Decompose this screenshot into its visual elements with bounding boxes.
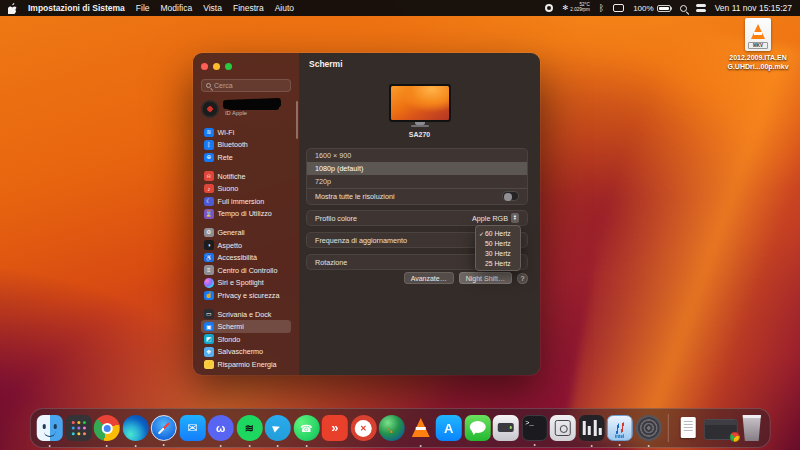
dock-item-intel-power-gadget[interactable]: intel — [607, 415, 633, 441]
dock-item-red-chevrons-app[interactable]: » — [322, 415, 348, 441]
sidebar-item-generali[interactable]: ⚙Generali — [201, 226, 291, 239]
menu-finestra[interactable]: Finestra — [233, 3, 264, 13]
sidebar-item-label: Suono — [218, 184, 239, 193]
running-indicator — [163, 444, 165, 446]
sidebar-item-centro-di-controllo[interactable]: ≡Centro di Controllo — [201, 264, 291, 277]
menu-clock[interactable]: Ven 11 nov 15:15:27 — [715, 3, 792, 13]
dock-item-edge[interactable] — [122, 415, 148, 441]
dock-item-discord[interactable]: ω — [208, 415, 234, 441]
dock-item-messages[interactable] — [464, 415, 490, 441]
sidebar-item-suono[interactable]: ♪Suono — [201, 182, 291, 195]
sidebar-scrollbar[interactable] — [296, 101, 298, 139]
sidebar-item-tempo-di-utilizzo[interactable]: ⌛Tempo di Utilizzo — [201, 208, 291, 221]
spotlight-search-icon[interactable] — [680, 5, 687, 12]
sidebar-item-wi-fi[interactable]: ≋Wi-Fi — [201, 126, 291, 139]
display-status-icon[interactable] — [613, 4, 624, 12]
dock-item-finder[interactable] — [37, 415, 63, 441]
search-input[interactable]: Cerca — [201, 79, 291, 92]
sidebar-item-label: Generali — [218, 228, 245, 237]
sidebar-item-full-immersion[interactable]: ☾Full immersion — [201, 195, 291, 208]
resolution-option[interactable]: 1080p (default) — [307, 162, 527, 175]
sidebar-item-label: Tempo di Utilizzo — [218, 209, 272, 218]
sidebar-item-label: Privacy e sicurezza — [218, 291, 280, 300]
sidebar-item-accessibilit-[interactable]: ♿Accessibilità — [201, 251, 291, 264]
resolution-card: 1600 × 9001080p (default)720p Mostra tut… — [306, 148, 528, 205]
help-button[interactable]: ? — [517, 273, 528, 284]
battery-status[interactable]: 100% — [633, 4, 670, 13]
menu-aiuto[interactable]: Aiuto — [275, 3, 294, 13]
color-profile-card: Profilo colore Apple RGB ▲▼ — [306, 210, 528, 226]
resolution-option[interactable]: 1600 × 900 — [307, 149, 527, 162]
running-indicator — [134, 445, 136, 447]
dropdown-option-30-hertz[interactable]: 30 Hertz — [476, 248, 520, 258]
dock-item-trash[interactable] — [740, 415, 763, 441]
rotation-label: Rotazione — [315, 258, 347, 267]
sidebar-item-label: Scrivania e Dock — [218, 310, 272, 319]
sidebar-item-label: Salvaschermo — [218, 347, 264, 356]
appearance-icon: ◑ — [204, 240, 214, 250]
dropdown-option-50-hertz[interactable]: 50 Hertz — [476, 238, 520, 248]
desktop-file-mkv[interactable]: MKV 2012.2009.ITA.EN G.UHDri...00p.mkv — [722, 18, 794, 71]
minimize-button[interactable] — [213, 63, 220, 70]
dock-item-mail[interactable]: ✉ — [179, 415, 205, 441]
running-indicator — [619, 444, 621, 446]
bluetooth-status-icon[interactable]: ᛒ — [599, 4, 604, 13]
dock-item-jdownloader[interactable]: → — [379, 415, 405, 441]
dock-item-red-round-app[interactable]: ✕ — [350, 415, 376, 441]
dock-item-terminal[interactable]: >_ — [521, 415, 547, 441]
zoom-button[interactable] — [225, 63, 232, 70]
siri-icon — [204, 278, 214, 288]
dropdown-option-60-hertz[interactable]: ✓60 Hertz — [476, 228, 520, 238]
menu-file[interactable]: File — [136, 3, 150, 13]
dock-item-vlc[interactable] — [407, 415, 433, 441]
color-profile-label: Profilo colore — [315, 214, 357, 223]
dock-item-screenshot[interactable] — [550, 415, 576, 441]
sidebar-item-scrivania-e-dock[interactable]: ▭Scrivania e Dock — [201, 308, 291, 321]
fan-icon: ✻ — [562, 4, 568, 12]
dock-item-spotify[interactable]: ≋ — [236, 415, 262, 441]
menu-vista[interactable]: Vista — [203, 3, 222, 13]
dock-item-disk-utility[interactable] — [493, 415, 519, 441]
dock-item-equalizer[interactable] — [578, 415, 604, 441]
status-circle-icon[interactable] — [545, 4, 553, 12]
running-indicator — [248, 445, 250, 447]
dock-item-launchpad[interactable] — [65, 415, 91, 441]
dock-item-chrome[interactable] — [94, 415, 120, 441]
sidebar-item-notifiche[interactable]: ⍾Notifiche — [201, 170, 291, 183]
dock-item-telegram[interactable]: ▶ — [265, 415, 291, 441]
accessibility-icon: ♿ — [204, 253, 214, 263]
apple-menu-icon[interactable] — [8, 3, 17, 14]
close-button[interactable] — [201, 63, 208, 70]
advanced-button[interactable]: Avanzate… — [404, 272, 454, 284]
sidebar-item-bluetooth[interactable]: ᛒBluetooth — [201, 139, 291, 152]
sidebar-item-siri-e-spotlight[interactable]: Siri e Spotlight — [201, 277, 291, 290]
color-profile-select[interactable]: Apple RGB ▲▼ — [472, 213, 519, 223]
dock-item-downloads[interactable] — [675, 415, 701, 441]
resolution-option[interactable]: 720p — [307, 175, 527, 188]
show-all-resolutions-row: Mostra tutte le risoluzioni — [307, 189, 527, 204]
show-all-resolutions-toggle[interactable] — [502, 191, 519, 201]
sidebar-item-aspetto[interactable]: ◑Aspetto — [201, 239, 291, 252]
sidebar-item-rete[interactable]: ⊕Rete — [201, 151, 291, 164]
window-controls — [201, 63, 291, 70]
menu-app-name[interactable]: Impostazioni di Sistema — [28, 3, 125, 13]
running-indicator — [305, 445, 307, 447]
night-shift-button[interactable]: Night Shift… — [459, 272, 512, 284]
dock-item-safari[interactable] — [151, 415, 177, 441]
dropdown-option-25-hertz[interactable]: 25 Hertz — [476, 258, 520, 268]
control-center-icon[interactable] — [696, 4, 706, 12]
sidebar-item-sfondo[interactable]: ◩Sfondo — [201, 333, 291, 346]
dock-item-fan-control[interactable] — [635, 415, 661, 441]
dock-item-app-store[interactable]: A — [436, 415, 462, 441]
dock-item-whatsapp[interactable]: ☎ — [293, 415, 319, 441]
moon-icon: ☾ — [204, 197, 214, 207]
apple-id-profile[interactable]: ID Apple — [201, 100, 291, 118]
sidebar-item-risparmio-energia[interactable]: ⚡Risparmio Energia — [201, 358, 291, 371]
sidebar-item-privacy-e-sicurezza[interactable]: ☝Privacy e sicurezza — [201, 289, 291, 302]
fan-temp-widget[interactable]: ✻ 52°C 2.029rpm — [562, 3, 589, 12]
sidebar-item-salvaschermo[interactable]: ❖Salvaschermo — [201, 346, 291, 359]
menu-modifica[interactable]: Modifica — [161, 3, 193, 13]
dock-item-minimized-window[interactable] — [704, 419, 738, 440]
sidebar-item-schermi[interactable]: ▣Schermi — [201, 320, 291, 333]
wifi-icon: ≋ — [204, 128, 214, 138]
